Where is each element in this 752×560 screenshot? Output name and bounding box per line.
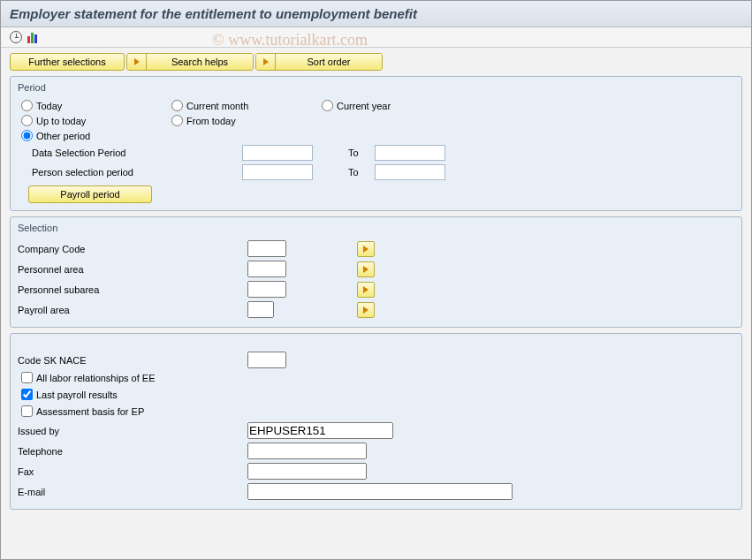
data-selection-period-label: Data Selection Period xyxy=(21,148,242,158)
top-buttons: Further selections Search helps Sort ord… xyxy=(1,48,751,74)
arrow-right-icon xyxy=(127,54,147,70)
last-payroll-checkbox[interactable]: Last payroll results xyxy=(21,389,118,400)
arrow-right-icon xyxy=(256,54,276,70)
radio-today[interactable]: Today xyxy=(21,100,171,111)
to-label: To xyxy=(348,167,375,178)
fax-input[interactable] xyxy=(247,463,367,480)
radio-other-period[interactable]: Other period xyxy=(21,130,171,141)
personnel-area-input[interactable] xyxy=(247,261,286,277)
person-selection-to-input[interactable] xyxy=(375,164,445,180)
radio-current-year[interactable]: Current year xyxy=(322,100,472,111)
email-label: E-mail xyxy=(18,487,247,497)
period-title: Period xyxy=(18,80,734,98)
person-selection-from-input[interactable] xyxy=(242,164,313,180)
arrow-right-icon xyxy=(363,246,368,253)
personnel-subarea-label: Personnel subarea xyxy=(18,284,247,295)
arrow-right-icon xyxy=(363,266,368,273)
fax-label: Fax xyxy=(18,466,247,477)
data-selection-from-input[interactable] xyxy=(242,145,313,161)
issued-by-input[interactable] xyxy=(247,422,393,439)
search-helps-button[interactable]: Search helps xyxy=(126,53,254,71)
email-input[interactable] xyxy=(247,483,513,500)
company-code-input[interactable] xyxy=(247,240,286,257)
radio-current-month[interactable]: Current month xyxy=(171,100,322,111)
page-title: Employer statement for the entitlement t… xyxy=(1,1,751,27)
radio-from-today[interactable]: From today xyxy=(171,115,322,126)
person-selection-period-label: Person selection period xyxy=(21,167,242,178)
payroll-area-label: Payroll area xyxy=(18,305,247,315)
multiple-selection-button[interactable] xyxy=(357,282,375,298)
to-label: To xyxy=(348,148,375,158)
personnel-subarea-input[interactable] xyxy=(247,281,286,298)
arrow-right-icon xyxy=(363,286,368,293)
selection-panel: Selection Company Code Personnel area Pe… xyxy=(10,216,742,328)
further-selections-button[interactable]: Further selections xyxy=(10,53,125,71)
variants-icon[interactable] xyxy=(27,31,37,43)
toolbar xyxy=(1,27,751,48)
details-panel: Code SK NACE All labor relationships of … xyxy=(10,333,742,510)
multiple-selection-button[interactable] xyxy=(357,241,375,257)
radio-up-to-today[interactable]: Up to today xyxy=(21,115,171,126)
code-sk-nace-label: Code SK NACE xyxy=(18,355,247,366)
personnel-area-label: Personnel area xyxy=(18,264,247,275)
company-code-label: Company Code xyxy=(18,244,247,254)
issued-by-label: Issued by xyxy=(18,426,247,436)
arrow-right-icon xyxy=(363,306,368,314)
telephone-input[interactable] xyxy=(247,443,367,459)
data-selection-to-input[interactable] xyxy=(375,145,445,161)
multiple-selection-button[interactable] xyxy=(357,261,375,277)
assessment-checkbox[interactable]: Assessment basis for EP xyxy=(21,405,144,417)
sort-order-button[interactable]: Sort order xyxy=(255,53,383,71)
payroll-period-button[interactable]: Payroll period xyxy=(28,185,152,203)
execute-icon[interactable] xyxy=(10,31,22,43)
code-sk-nace-input[interactable] xyxy=(247,352,286,368)
all-labor-checkbox[interactable]: All labor relationships of EE xyxy=(21,372,156,383)
multiple-selection-button[interactable] xyxy=(357,302,375,318)
selection-title: Selection xyxy=(18,221,734,238)
payroll-area-input[interactable] xyxy=(247,301,274,318)
period-panel: Period Today Current month Current year … xyxy=(10,76,742,211)
telephone-label: Telephone xyxy=(18,446,247,457)
